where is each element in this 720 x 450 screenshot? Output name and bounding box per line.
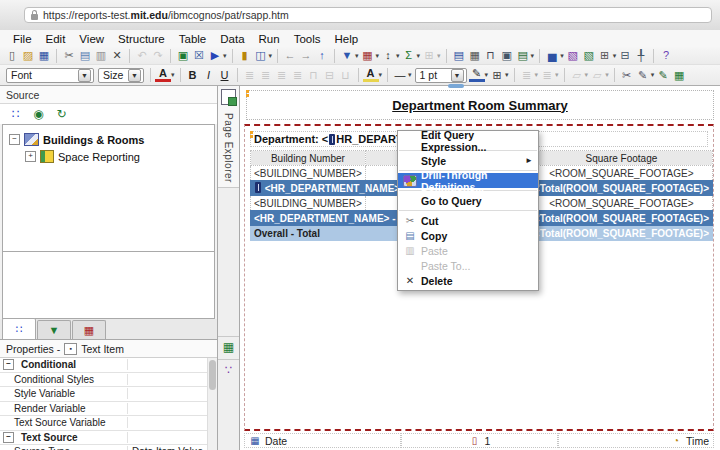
footer-time-cell[interactable]: ◔ Time (558, 433, 714, 448)
menu-run[interactable]: Run (252, 33, 287, 45)
chart-icon[interactable]: ▅ (544, 48, 560, 63)
open-icon[interactable]: ▨ (20, 48, 36, 63)
borders-icon[interactable]: ⊞ (489, 68, 505, 83)
delete-icon[interactable]: ✕ (109, 48, 125, 63)
apply-style-icon[interactable]: ✎ (635, 68, 651, 83)
block-handle[interactable] (250, 131, 253, 134)
menu-edit[interactable]: Edit (39, 33, 73, 45)
data-item-cell[interactable]: <ROOM_SQUARE_FOOTAGE> (530, 196, 712, 211)
dropdown-arrow-icon[interactable]: ▾ (535, 71, 539, 79)
summarize-icon[interactable]: Σ (401, 48, 417, 63)
dropdown-arrow-icon[interactable]: ▾ (485, 71, 489, 79)
back-icon[interactable]: ← (282, 48, 298, 63)
dropdown-arrow-icon[interactable]: ▼ (451, 69, 464, 82)
data-item-cell[interactable]: <BUILDING_NUMBER> (251, 166, 366, 181)
menu-table[interactable]: Table (172, 33, 214, 45)
image-icon[interactable]: ▧ (581, 48, 597, 63)
tab-toolbox[interactable]: ▦ (72, 320, 106, 339)
splitter-handle[interactable] (448, 84, 464, 88)
footer-page-number-cell[interactable]: ▯ 1 (401, 433, 558, 448)
help-icon[interactable]: ? (658, 48, 674, 63)
text-item-icon[interactable]: ▪ (64, 343, 77, 355)
background-color-icon[interactable]: A (363, 68, 379, 82)
total-value-cell[interactable]: <Total(ROOM_SQUARE_FOOTAGE)> (530, 226, 712, 241)
insertable-objects-icon[interactable]: ∷ (8, 107, 23, 121)
dropdown-arrow-icon[interactable]: ▼ (78, 69, 91, 82)
dropdown-arrow-icon[interactable]: ▼ (128, 69, 141, 82)
menu-item-delete[interactable]: ✕Delete (398, 273, 538, 288)
run-icon[interactable]: ▶ (207, 48, 223, 63)
menu-item-cut[interactable]: ✂Cut (398, 213, 538, 228)
cut-icon[interactable]: ✂ (61, 48, 77, 63)
page-header-block[interactable]: Department Room Summary (246, 90, 714, 120)
property-row[interactable]: Source TypeData Item Value (0, 445, 217, 450)
property-row[interactable]: Conditional Styles (0, 373, 217, 388)
suppress-icon[interactable]: ▦ (360, 48, 376, 63)
edit-package-icon[interactable]: ◉ (31, 107, 46, 121)
refresh-package-icon[interactable]: ↻ (54, 107, 69, 121)
menu-item-go-to-query[interactable]: Go to Query (398, 193, 538, 208)
report-canvas[interactable]: Department Room Summary Department: <HR_… (240, 86, 720, 450)
property-value[interactable]: Data Item Value (128, 446, 217, 450)
column-header[interactable]: Square Footage (530, 151, 712, 166)
data-item-cell[interactable]: <ROOM_SQUARE_FOOTAGE> (530, 166, 712, 181)
report-title[interactable]: Department Room Summary (392, 98, 568, 113)
collapse-icon[interactable]: − (3, 359, 14, 370)
property-row[interactable]: −Text Source (0, 431, 217, 446)
drill-relationship-icon[interactable]: ╀ (633, 48, 649, 63)
dropdown-arrow-icon[interactable]: ▾ (408, 71, 412, 79)
forward-icon[interactable]: → (298, 48, 314, 63)
tree-item-space-reporting[interactable]: + Space Reporting (3, 148, 214, 165)
dropdown-arrow-icon[interactable]: ▾ (223, 52, 227, 60)
menu-item-style[interactable]: Style► (398, 153, 538, 168)
menu-tools[interactable]: Tools (287, 33, 328, 45)
excel-icon[interactable]: ▣ (175, 48, 191, 63)
font-color-icon[interactable]: A (155, 68, 171, 82)
font-select[interactable]: Font▼ (6, 68, 94, 83)
table-icon[interactable]: ⊞ (597, 48, 613, 63)
dropdown-arrow-icon[interactable]: ▾ (560, 52, 564, 60)
line-style-icon[interactable]: — (392, 68, 408, 83)
edit-styles-icon[interactable]: ✎ (655, 68, 671, 83)
menu-item-copy[interactable]: ▤Copy (398, 228, 538, 243)
address-bar[interactable]: https://reports-test.mit.edu/ibmcognos/p… (24, 7, 712, 23)
insert-list-icon[interactable]: ▤ (451, 48, 467, 63)
menu-view[interactable]: View (72, 33, 111, 45)
footer-date-cell[interactable]: ▦ Date (244, 433, 401, 448)
dropdown-arrow-icon[interactable]: ▾ (505, 71, 509, 79)
page-footer-block[interactable]: ▦ Date ▯ 1 ◔ Time (244, 433, 714, 448)
lock-icon[interactable]: ▮ (237, 48, 253, 63)
dropdown-arrow-icon[interactable]: ▾ (613, 52, 617, 60)
sort-icon[interactable]: ↕ (380, 48, 396, 63)
manage-styles-icon[interactable]: ▦ (671, 68, 687, 83)
master-detail-icon[interactable]: ⊟ (617, 48, 633, 63)
insert-page-icon[interactable]: ▤ (515, 48, 531, 63)
bold-icon[interactable]: B (185, 68, 201, 83)
insert-frame-icon[interactable]: ▣ (499, 48, 515, 63)
scrollbar-thumb[interactable] (209, 360, 216, 390)
menu-item-drill-through-definitions[interactable]: Drill-Through Definitions... (398, 173, 538, 188)
collapse-icon[interactable]: − (3, 432, 14, 443)
dropdown-arrow-icon[interactable]: ▾ (269, 52, 273, 60)
dropdown-arrow-icon[interactable]: ▾ (605, 71, 609, 79)
menu-data[interactable]: Data (213, 33, 251, 45)
menu-help[interactable]: Help (328, 33, 366, 45)
property-row[interactable]: Style Variable (0, 387, 217, 402)
xml-icon[interactable]: ☒ (191, 48, 207, 63)
dropdown-arrow-icon[interactable]: ▾ (417, 52, 421, 60)
insert-crosstab-icon[interactable]: ▦ (467, 48, 483, 63)
data-item-cell[interactable]: <BUILDING_NUMBER> (251, 196, 366, 211)
dropdown-arrow-icon[interactable]: ▾ (379, 71, 383, 79)
dropdown-arrow-icon[interactable]: ▾ (585, 71, 589, 79)
dropdown-arrow-icon[interactable]: ▾ (531, 52, 535, 60)
query-explorer-tab[interactable]: ▦ (218, 336, 239, 359)
dropdown-arrow-icon[interactable]: ▾ (376, 52, 380, 60)
properties-scrollbar[interactable] (207, 358, 217, 450)
paste-icon[interactable]: ▥ (93, 48, 109, 63)
save-icon[interactable]: ▦ (36, 48, 52, 63)
tree-item-buildings-rooms[interactable]: − Buildings & Rooms (3, 131, 214, 148)
column-header[interactable]: Building Number (251, 151, 366, 166)
dropdown-arrow-icon[interactable]: ▾ (555, 71, 559, 79)
underline-icon[interactable]: U (217, 68, 233, 83)
map-icon[interactable]: ▧ (565, 48, 581, 63)
